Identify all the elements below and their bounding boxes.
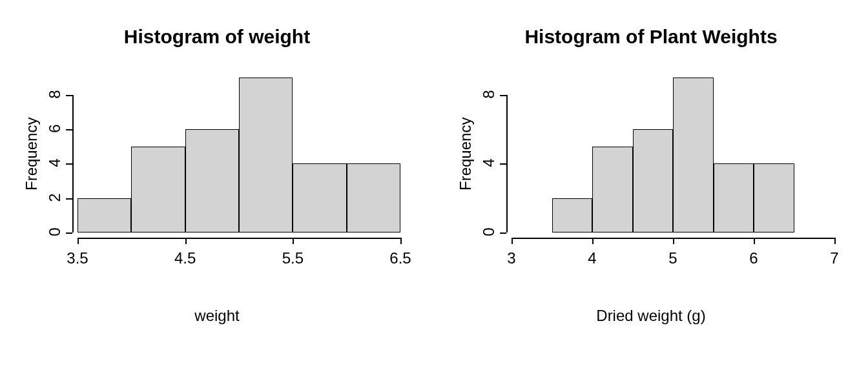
y-tick-label: 4 [46,153,64,172]
x-axis-label: weight [0,307,434,325]
y-tick [500,163,506,165]
y-axis-line [72,95,74,232]
histogram-bar [78,198,131,232]
y-tick-label: 8 [480,85,498,104]
y-axis-label: Frequency [23,118,41,191]
y-tick-label: 6 [46,119,64,138]
x-tick [834,238,836,244]
histogram-bar [347,163,400,232]
x-tick-label: 5 [654,249,692,267]
chart-pair: Histogram of weightFrequencyweight3.54.5… [0,0,868,372]
plot-area [78,78,400,232]
y-axis-line [506,95,508,232]
chart-title: Histogram of Plant Weights [434,26,868,48]
histogram-bar [592,147,633,232]
x-tick-label: 4.5 [166,249,205,267]
y-tick-label: 8 [46,85,64,104]
x-tick [673,238,674,244]
x-tick-label: 6 [734,249,773,267]
y-tick [66,129,72,130]
histogram-bar [239,78,293,232]
histogram-bar [185,129,239,232]
y-axis-label: Frequency [457,118,475,191]
x-tick-label: 6.5 [381,249,420,267]
histogram-bar [131,147,185,232]
y-tick [66,163,72,165]
histogram-bar [552,198,593,232]
x-tick-label: 5.5 [273,249,312,267]
histogram-bar [633,129,674,232]
right-panel: Histogram of Plant WeightsFrequencyDried… [434,0,868,372]
y-tick-label: 2 [46,188,64,207]
x-tick-label: 3.5 [58,249,97,267]
x-tick [512,238,513,244]
y-tick-label: 0 [46,222,64,242]
histogram-bar [754,163,794,232]
y-tick-label: 0 [480,222,498,242]
y-tick [500,232,506,234]
x-tick-label: 4 [573,249,612,267]
histogram-bar [673,78,714,232]
x-axis-label: Dried weight (g) [434,307,868,325]
y-tick [66,198,72,200]
x-tick-label: 7 [815,249,854,267]
x-tick [185,238,187,244]
histogram-bar [293,163,346,232]
x-tick-label: 3 [492,249,531,267]
y-tick [66,95,72,96]
y-tick [66,232,72,234]
chart-title: Histogram of weight [0,26,434,48]
left-panel: Histogram of weightFrequencyweight3.54.5… [0,0,434,372]
plot-area [512,78,834,232]
x-tick [592,238,594,244]
x-tick [400,238,402,244]
y-tick [500,95,506,96]
x-tick [293,238,294,244]
x-tick [754,238,755,244]
histogram-bar [714,163,754,232]
y-tick-label: 4 [480,153,498,172]
x-axis-line [78,238,400,239]
x-tick [78,238,79,244]
